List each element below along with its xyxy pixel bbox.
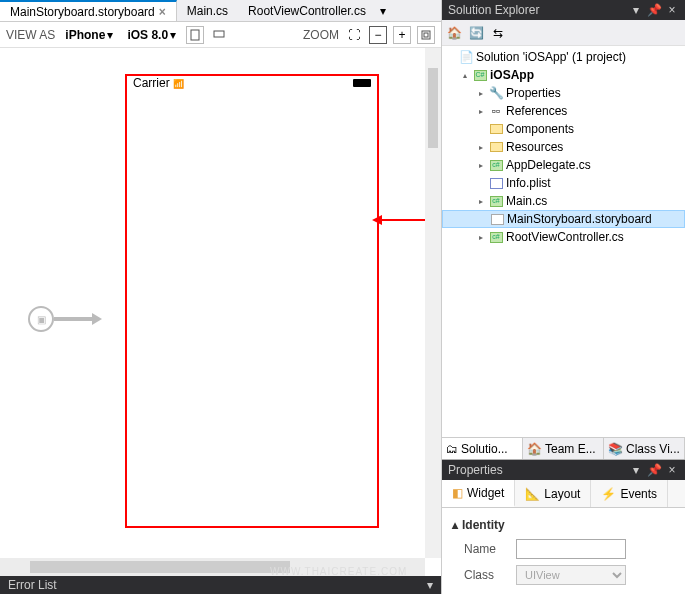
lightning-icon: ⚡	[601, 487, 616, 501]
properties-tabs: ◧ Widget 📐 Layout ⚡ Events	[442, 480, 685, 508]
folder-icon	[488, 140, 504, 154]
solution-icon: 🗂	[446, 442, 458, 456]
tab-label: Class Vi...	[626, 442, 680, 456]
collapse-icon[interactable]: ⇆	[490, 25, 506, 41]
tab-class-view[interactable]: 📚 Class Vi...	[604, 438, 685, 459]
references-icon: ▫▫	[488, 104, 504, 118]
pin-icon[interactable]: 📌	[647, 463, 661, 477]
tab-storyboard[interactable]: MainStoryboard.storyboard ×	[0, 0, 177, 21]
battery-icon	[353, 79, 371, 87]
tree-solution-root[interactable]: 📄 Solution 'iOSApp' (1 project)	[442, 48, 685, 66]
tab-widget[interactable]: ◧ Widget	[442, 480, 515, 507]
widget-icon: ◧	[452, 486, 463, 500]
editor-tab-bar: MainStoryboard.storyboard × Main.cs Root…	[0, 0, 441, 22]
prop-row-class: Class UIView	[452, 562, 675, 588]
designer-toolbar: VIEW AS iPhone ▾ iOS 8.0 ▾ ZOOM ⛶ − +	[0, 22, 441, 48]
tree-file-appdelegate[interactable]: ▸ c# AppDelegate.cs	[442, 156, 685, 174]
node-label: Main.cs	[506, 194, 547, 208]
tab-events[interactable]: ⚡ Events	[591, 480, 668, 507]
tab-label: MainStoryboard.storyboard	[10, 5, 155, 19]
expander-icon[interactable]: ▸	[476, 197, 486, 206]
horizontal-scrollbar[interactable]	[0, 558, 425, 576]
tab-main-cs[interactable]: Main.cs	[177, 0, 238, 21]
os-selector[interactable]: iOS 8.0 ▾	[123, 28, 180, 42]
solution-icon: 📄	[458, 50, 474, 64]
zoom-in-icon[interactable]: +	[393, 26, 411, 44]
solution-tree: 📄 Solution 'iOSApp' (1 project) ▴ C# iOS…	[442, 46, 685, 437]
close-icon[interactable]: ×	[665, 463, 679, 477]
solution-explorer-header: Solution Explorer ▾ 📌 ×	[442, 0, 685, 20]
storyboard-entry-point[interactable]: ▣	[28, 306, 102, 332]
device-frame[interactable]: Carrier	[125, 74, 379, 528]
name-input[interactable]	[516, 539, 626, 559]
panel-menu-icon[interactable]: ▾	[427, 578, 433, 592]
designer-canvas[interactable]: ▣ Carrier	[0, 48, 441, 576]
node-label: MainStoryboard.storyboard	[507, 212, 652, 226]
svg-rect-0	[191, 30, 199, 40]
home-icon[interactable]: 🏠	[446, 25, 462, 41]
section-identity[interactable]: ▴ Identity	[452, 514, 675, 536]
tree-file-infoplist[interactable]: Info.plist	[442, 174, 685, 192]
zoom-fit-icon[interactable]: ⛶	[345, 26, 363, 44]
expander-icon[interactable]: ▴	[452, 518, 458, 532]
tab-label: Team E...	[545, 442, 596, 456]
class-select[interactable]: UIView	[516, 565, 626, 585]
pin-icon[interactable]: 📌	[647, 3, 661, 17]
zoom-actual-icon[interactable]	[417, 26, 435, 44]
tab-label: Widget	[467, 486, 504, 500]
close-icon[interactable]: ×	[665, 3, 679, 17]
expander-icon[interactable]: ▸	[476, 161, 486, 170]
zoom-out-icon[interactable]: −	[369, 26, 387, 44]
csharp-file-icon: c#	[488, 158, 504, 172]
expander-icon[interactable]: ▸	[476, 107, 486, 116]
tab-solution-explorer[interactable]: 🗂 Solutio...	[442, 438, 523, 459]
layout-icon: 📐	[525, 487, 540, 501]
panel-menu-icon[interactable]: ▾	[629, 463, 643, 477]
view-as-label: VIEW AS	[6, 28, 55, 42]
vertical-scrollbar[interactable]	[425, 48, 441, 558]
csharp-project-icon: C#	[472, 68, 488, 82]
tree-components[interactable]: Components	[442, 120, 685, 138]
node-label: Solution 'iOSApp' (1 project)	[476, 50, 626, 64]
node-label: Components	[506, 122, 574, 136]
tree-file-maincs[interactable]: ▸ c# Main.cs	[442, 192, 685, 210]
section-label: Identity	[462, 518, 505, 532]
tree-file-rootvc[interactable]: ▸ c# RootViewController.cs	[442, 228, 685, 246]
scroll-thumb[interactable]	[30, 561, 290, 573]
landscape-icon[interactable]	[210, 26, 228, 44]
panel-title: Properties	[448, 463, 503, 477]
wifi-icon	[173, 76, 184, 90]
tree-references[interactable]: ▸ ▫▫ References	[442, 102, 685, 120]
expander-icon[interactable]: ▸	[476, 233, 486, 242]
expander-icon[interactable]: ▴	[460, 71, 470, 80]
portrait-icon[interactable]	[186, 26, 204, 44]
entry-arrow-icon	[54, 312, 102, 326]
node-label: Info.plist	[506, 176, 551, 190]
error-list-panel-header[interactable]: Error List ▾	[0, 576, 441, 594]
expander-icon[interactable]: ▸	[476, 143, 486, 152]
node-label: Properties	[506, 86, 561, 100]
tab-rootvc[interactable]: RootViewController.cs	[238, 0, 376, 21]
close-icon[interactable]: ×	[159, 5, 166, 19]
tab-team-explorer[interactable]: 🏠 Team E...	[523, 438, 604, 459]
team-icon: 🏠	[527, 442, 542, 456]
scroll-thumb[interactable]	[428, 68, 438, 148]
tab-label: RootViewController.cs	[248, 4, 366, 18]
tab-label: Solutio...	[461, 442, 508, 456]
solution-explorer-toolbar: 🏠 🔄 ⇆	[442, 20, 685, 46]
document-dropdown[interactable]: ▾	[376, 0, 390, 21]
device-selector[interactable]: iPhone ▾	[61, 28, 117, 42]
node-label: iOSApp	[490, 68, 534, 82]
tab-label: Layout	[544, 487, 580, 501]
tree-properties[interactable]: ▸ 🔧 Properties	[442, 84, 685, 102]
tree-file-storyboard[interactable]: MainStoryboard.storyboard	[442, 210, 685, 228]
tree-resources[interactable]: ▸ Resources	[442, 138, 685, 156]
folder-icon	[488, 122, 504, 136]
refresh-icon[interactable]: 🔄	[468, 25, 484, 41]
prop-label: Class	[464, 568, 516, 582]
tab-layout[interactable]: 📐 Layout	[515, 480, 591, 507]
expander-icon[interactable]: ▸	[476, 89, 486, 98]
panel-menu-icon[interactable]: ▾	[629, 3, 643, 17]
properties-body: ▴ Identity Name Class UIView	[442, 508, 685, 594]
tree-project[interactable]: ▴ C# iOSApp	[442, 66, 685, 84]
